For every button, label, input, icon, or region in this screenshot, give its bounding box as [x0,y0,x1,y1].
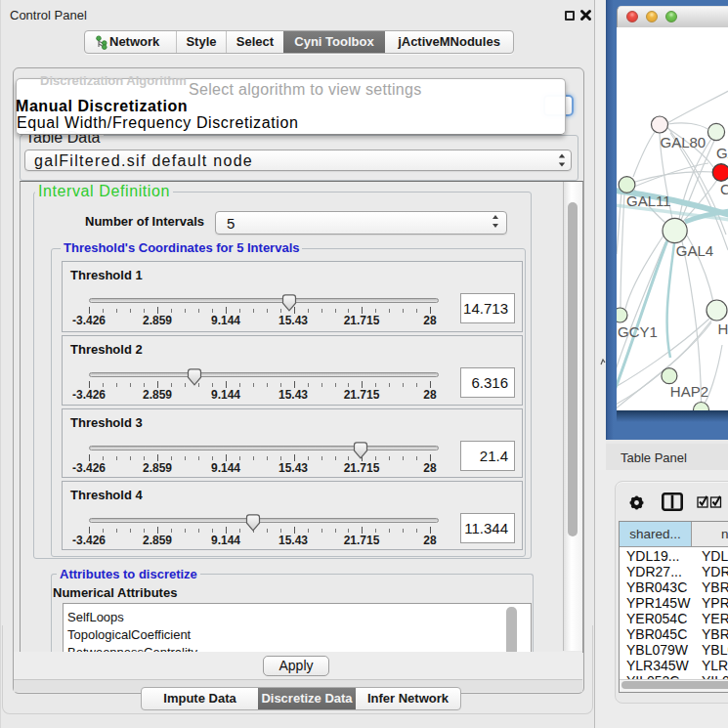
svg-text:GAL80: GAL80 [661,134,707,150]
svg-text:GAL11: GAL11 [626,193,671,209]
svg-text:GCY1: GCY1 [618,323,658,340]
svg-text:C: C [720,181,728,197]
svg-text:HAP2: HAP2 [670,383,708,400]
svg-text:GA: GA [716,145,728,161]
svg-text:H: H [718,321,728,337]
svg-text:GAL4: GAL4 [676,242,713,259]
